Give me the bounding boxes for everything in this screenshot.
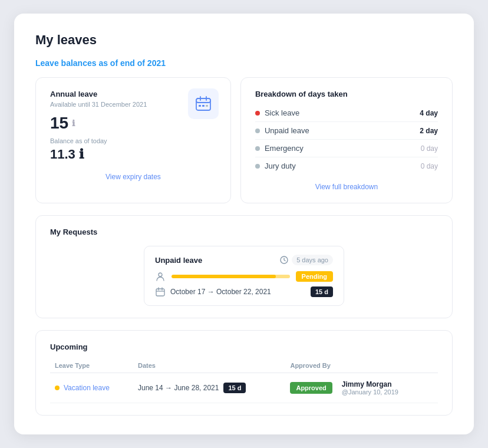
leave-type-label: Vacation leave	[64, 384, 110, 392]
approver-name: Jimmy Morgan	[342, 380, 398, 388]
jury-duty-value: 0 day	[421, 162, 438, 170]
view-expiry-link[interactable]: View expiry dates	[50, 173, 216, 181]
jury-duty-label: Jury duty	[265, 162, 296, 170]
col-dates: Dates	[133, 358, 285, 373]
requests-title: My Requests	[50, 228, 438, 236]
col-approved-by: Approved By	[285, 358, 438, 373]
current-balance-info-icon[interactable]: ℹ	[79, 147, 84, 162]
request-dates-text: October 17 → October 22, 2021	[170, 288, 306, 296]
svg-rect-9	[156, 289, 164, 296]
breakdown-list: Sick leave 4 day Unpaid leave 2 day	[255, 104, 438, 174]
leave-type-cell: Vacation leave	[50, 373, 133, 403]
breakdown-item-unpaid: Unpaid leave 2 day	[255, 122, 438, 140]
upcoming-table: Leave Type Dates Approved By Vacation le…	[50, 358, 438, 403]
breakdown-item-sick: Sick leave 4 day	[255, 104, 438, 122]
request-top: Unpaid leave 5 days ago	[155, 255, 333, 265]
view-full-breakdown-link[interactable]: View full breakdown	[255, 183, 438, 191]
col-leave-type: Leave Type	[50, 358, 133, 373]
breakdown-item-emergency: Emergency 0 day	[255, 140, 438, 157]
breakdown-card: Breakdown of days taken Sick leave 4 day…	[240, 77, 453, 203]
unpaid-leave-value: 2 day	[420, 127, 438, 135]
clock-icon	[280, 256, 288, 264]
dot-unpaid	[255, 129, 260, 133]
emergency-value: 0 day	[421, 144, 438, 153]
upcoming-title: Upcoming	[50, 342, 438, 351]
svg-point-8	[159, 273, 162, 276]
request-card: Unpaid leave 5 days ago Pending	[144, 246, 344, 306]
page-title: My leaves	[35, 32, 453, 48]
date-icon	[155, 286, 166, 297]
approved-badge: Approved	[290, 382, 332, 394]
annual-leave-card: Annual leave Available until 31 December…	[35, 77, 231, 203]
person-icon	[155, 271, 166, 282]
upcoming-section: Upcoming Leave Type Dates Approved By Va…	[35, 330, 453, 416]
sick-leave-value: 4 day	[420, 109, 438, 117]
balance-info-icon[interactable]: ℹ	[72, 118, 75, 128]
request-dates-row: October 17 → October 22, 2021 15 d	[155, 286, 333, 297]
unpaid-leave-label: Unpaid leave	[265, 126, 309, 135]
progress-bar	[172, 275, 290, 278]
request-time-ago: 5 days ago	[292, 255, 333, 265]
svg-rect-1	[196, 98, 210, 103]
breakdown-item-jury: Jury duty 0 day	[255, 157, 438, 174]
dates-text: June 14 → June 28, 2021	[138, 384, 219, 392]
breakdown-title: Breakdown of days taken	[255, 90, 438, 98]
requests-section: My Requests Unpaid leave 5 days ago	[35, 215, 453, 318]
current-balance: 11.3 ℹ	[50, 147, 216, 162]
upcoming-days-badge: 15 d	[223, 383, 246, 393]
calendar-icon	[194, 94, 213, 113]
main-container: My leaves Leave balances as of end of 20…	[14, 14, 474, 434]
sick-leave-label: Sick leave	[265, 108, 299, 117]
svg-rect-4	[199, 105, 201, 107]
cards-row: Annual leave Available until 31 December…	[35, 77, 453, 203]
request-days-badge: 15 d	[311, 286, 333, 297]
calendar-icon-wrapper	[188, 88, 219, 119]
dot-sick	[255, 111, 260, 116]
balance-label: Balance as of today	[50, 137, 216, 144]
approver-date: @January 10, 2019	[342, 388, 398, 396]
dot-vacation	[55, 386, 60, 390]
pending-badge: Pending	[296, 271, 333, 282]
request-progress-row: Pending	[155, 271, 333, 282]
request-type: Unpaid leave	[155, 256, 202, 265]
dot-jury	[255, 164, 260, 169]
svg-rect-5	[202, 105, 205, 107]
leave-balance-header: Leave balances as of end of 2021	[35, 58, 453, 68]
approved-by-cell: Approved Jimmy Morgan @January 10, 2019	[285, 373, 438, 403]
table-row: Vacation leave June 14 → June 28, 2021 1…	[50, 373, 438, 403]
progress-fill	[172, 275, 276, 278]
dates-cell: June 14 → June 28, 2021 15 d	[133, 373, 285, 403]
emergency-label: Emergency	[265, 144, 304, 153]
svg-rect-6	[206, 105, 208, 107]
dot-emergency	[255, 146, 260, 151]
